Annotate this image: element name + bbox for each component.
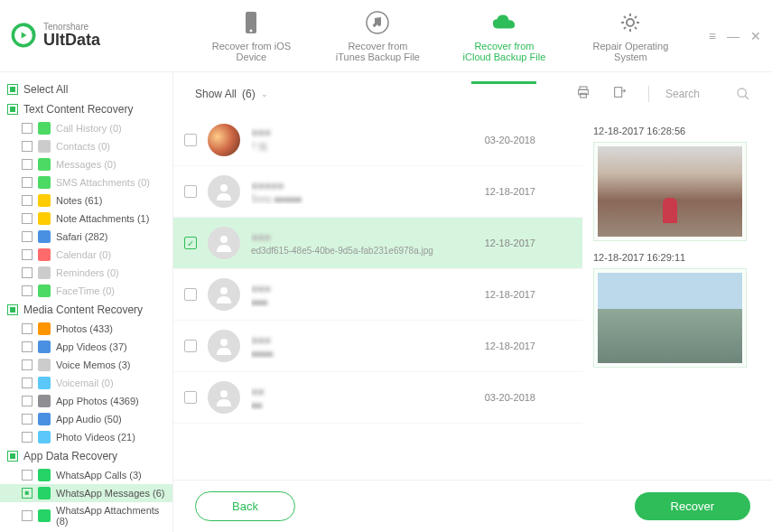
recover-button[interactable]: Recover xyxy=(635,492,750,520)
sidebar-item[interactable]: App Videos (37) xyxy=(0,338,172,356)
search-box[interactable]: Search xyxy=(665,87,750,101)
tab-2[interactable]: Recover from iCloud Backup File xyxy=(450,3,558,70)
app-icon xyxy=(38,413,51,425)
sidebar-item[interactable]: Call History (0) xyxy=(0,119,172,137)
sidebar-item[interactable]: App Photos (4369) xyxy=(0,392,172,410)
checkbox-icon[interactable] xyxy=(22,414,33,425)
sidebar-item[interactable]: Reminders (0) xyxy=(0,264,172,282)
checkbox-icon[interactable] xyxy=(22,378,33,388)
sidebar-item[interactable]: WhatsApp Messages (6) xyxy=(0,484,172,502)
sidebar-item[interactable]: Safari (282) xyxy=(0,228,172,246)
sidebar-item-label: SMS Attachments (0) xyxy=(56,177,150,188)
show-all-dropdown[interactable]: Show All (6) ⌄ xyxy=(195,88,268,100)
svg-point-16 xyxy=(220,390,228,397)
list-row[interactable]: ■■■■03-20-2018 xyxy=(173,372,582,424)
list-row[interactable]: ■■■■■Sony ■■■■■12-18-2017 xyxy=(173,166,582,218)
app-icon xyxy=(38,377,51,389)
sidebar-item[interactable]: Messages (0) xyxy=(0,155,172,173)
avatar xyxy=(208,124,240,156)
row-title: ■■■ xyxy=(251,283,474,295)
app-icon xyxy=(38,322,51,335)
checkbox-icon[interactable] xyxy=(22,195,33,206)
tabs: Recover from iOS DeviceRecover from iTun… xyxy=(173,3,709,70)
sidebar-item-label: WhatsApp Calls (3) xyxy=(56,470,142,481)
preview-image[interactable] xyxy=(593,268,747,368)
svg-point-15 xyxy=(220,339,228,346)
main-panel: Show All (6) ⌄ Search ■■■? 我03-20-2018■■… xyxy=(173,72,772,532)
sidebar-item[interactable]: Contacts (0) xyxy=(0,137,172,155)
checkbox-icon[interactable] xyxy=(22,432,33,443)
checkbox-icon[interactable] xyxy=(22,123,33,134)
sidebar-item[interactable]: Notes (61) xyxy=(0,191,172,210)
checkbox-icon[interactable] xyxy=(184,185,197,198)
sidebar-item[interactable]: WhatsApp Calls (3) xyxy=(0,466,172,484)
app-icon xyxy=(38,395,51,407)
checkbox-icon[interactable] xyxy=(184,391,197,404)
svg-point-3 xyxy=(250,29,253,32)
group-header[interactable]: App Data Recovery xyxy=(0,446,172,466)
checkbox-icon[interactable] xyxy=(7,104,18,115)
tab-1[interactable]: Recover from iTunes Backup File xyxy=(323,3,432,70)
checkbox-icon[interactable]: ✓ xyxy=(184,237,197,249)
checkbox-icon[interactable] xyxy=(184,134,197,146)
sidebar-item[interactable]: FaceTime (0) xyxy=(0,282,172,300)
checkbox-icon[interactable] xyxy=(22,177,33,188)
app-icon xyxy=(38,487,51,499)
group-header[interactable]: Text Content Recovery xyxy=(0,99,172,119)
row-date: 12-18-2017 xyxy=(485,341,535,351)
sidebar-item[interactable]: SMS Attachments (0) xyxy=(0,173,172,191)
sidebar-item-label: App Videos (37) xyxy=(56,341,127,352)
back-button[interactable]: Back xyxy=(195,491,295,521)
checkbox-icon[interactable] xyxy=(22,323,33,334)
checkbox-icon[interactable] xyxy=(22,470,33,481)
checkbox-icon[interactable] xyxy=(22,159,33,170)
svg-point-14 xyxy=(220,287,228,294)
checkbox-icon[interactable] xyxy=(7,84,18,95)
checkbox-icon[interactable] xyxy=(7,451,18,462)
checkbox-icon[interactable] xyxy=(22,285,33,296)
select-all[interactable]: Select All xyxy=(0,79,172,99)
sidebar-item[interactable]: App Audio (50) xyxy=(0,410,172,428)
checkbox-icon[interactable] xyxy=(22,359,33,370)
sidebar-item[interactable]: WhatsApp Attachments (8) xyxy=(0,502,172,529)
preview-image[interactable] xyxy=(593,142,747,241)
list-row[interactable]: ✓■■■ed3df615-48e5-40be-9d5a-fab231e6978a… xyxy=(173,218,582,269)
checkbox-icon[interactable] xyxy=(184,340,197,352)
list-row[interactable]: ■■■? 我03-20-2018 xyxy=(173,115,582,166)
footer: Back Recover xyxy=(173,480,772,532)
close-icon[interactable]: ✕ xyxy=(750,29,761,43)
export-icon[interactable] xyxy=(607,83,632,104)
checkbox-icon[interactable] xyxy=(22,213,33,224)
checkbox-icon[interactable] xyxy=(22,396,33,406)
sidebar-item[interactable]: Voice Memos (3) xyxy=(0,356,172,374)
checkbox-icon[interactable] xyxy=(22,249,33,260)
group-header[interactable]: Media Content Recovery xyxy=(0,300,172,320)
sidebar-item[interactable]: Photos (433) xyxy=(0,320,172,338)
checkbox-icon[interactable] xyxy=(7,304,18,315)
svg-line-11 xyxy=(745,96,749,99)
checkbox-icon[interactable] xyxy=(22,231,33,242)
tab-3[interactable]: Repair Operating System xyxy=(576,3,684,70)
checkbox-icon[interactable] xyxy=(184,288,197,301)
print-icon[interactable] xyxy=(571,83,596,104)
checkbox-icon[interactable] xyxy=(22,267,33,278)
sidebar-item[interactable]: Calendar (0) xyxy=(0,246,172,264)
list-row[interactable]: ■■■■■■■12-18-2017 xyxy=(173,321,582,372)
phone-icon xyxy=(238,10,264,35)
checkbox-icon[interactable] xyxy=(22,510,33,521)
gear-icon xyxy=(618,10,643,35)
sidebar-item[interactable]: Voicemail (0) xyxy=(0,374,172,392)
menu-icon[interactable]: ≡ xyxy=(709,29,716,43)
tab-0[interactable]: Recover from iOS Device xyxy=(197,3,305,70)
sidebar-item[interactable]: Photo Videos (21) xyxy=(0,428,172,446)
svg-point-10 xyxy=(738,89,746,97)
group-title: App Data Recovery xyxy=(23,450,117,462)
checkbox-icon[interactable] xyxy=(22,341,33,352)
row-subtitle: ? 我 xyxy=(251,141,474,154)
sidebar-item[interactable]: Note Attachments (1) xyxy=(0,210,172,228)
minimize-icon[interactable]: — xyxy=(727,29,739,43)
sidebar-item-label: WhatsApp Messages (6) xyxy=(56,488,164,499)
checkbox-icon[interactable] xyxy=(22,488,33,499)
list-row[interactable]: ■■■■■■12-18-2017 xyxy=(173,269,582,321)
checkbox-icon[interactable] xyxy=(22,141,33,152)
